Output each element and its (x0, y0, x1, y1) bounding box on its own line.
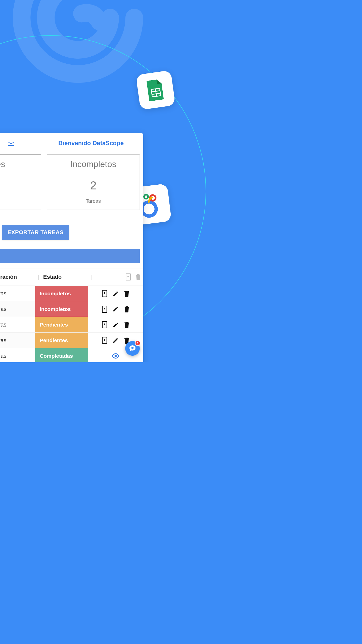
trash-icon (136, 274, 141, 280)
cell-duration: 1 horas (0, 301, 35, 317)
cell-status: Incompletos (35, 301, 88, 317)
svg-rect-8 (127, 276, 129, 277)
google-sheets-icon (136, 70, 175, 110)
dashboard-panel: esitas Ayuda? Bienvenido DataScope entes… (0, 133, 143, 362)
cell-duration: 1 horas (0, 333, 35, 348)
svg-rect-12 (104, 308, 105, 309)
device-icon[interactable] (102, 321, 107, 328)
table-row: 4 horas Completadas (0, 348, 143, 362)
table-header: |Duración |Estado | (0, 268, 143, 286)
welcome-text: Bienvenido DataScope (58, 140, 124, 147)
view-icon[interactable] (112, 353, 119, 359)
cell-actions (88, 286, 143, 301)
card-incomplete-value: 2 (50, 179, 137, 192)
table-row: 4 horas Incompletos (0, 286, 143, 301)
col-duration: Duración (0, 274, 17, 280)
cell-status: Completadas (35, 348, 88, 362)
card-incomplete: Incompletos 2 Tareas (47, 154, 140, 210)
cell-actions (88, 301, 143, 317)
export-tasks-button[interactable]: EXPORTAR TAREAS (2, 225, 69, 240)
device-icon[interactable] (102, 290, 107, 297)
card-pending-title: entes (0, 159, 38, 169)
device-icon[interactable] (102, 337, 107, 344)
tasks-table: |Duración |Estado | 4 horas Incompletos … (0, 268, 143, 362)
summary-cards: entes as Incompletos 2 Tareas (0, 154, 143, 213)
trash-icon[interactable] (124, 290, 129, 297)
mail-icon[interactable] (8, 141, 14, 146)
table-row: 1 horas Incompletos (0, 301, 143, 317)
col-status: Estado (43, 274, 62, 280)
device-icon[interactable] (102, 306, 107, 313)
actions-row: RTAR TAREA EXPORTAR TAREAS (0, 213, 143, 247)
card-incomplete-title: Incompletos (50, 159, 137, 169)
trash-icon[interactable] (124, 306, 129, 312)
device-icon (126, 273, 131, 280)
edit-icon[interactable] (113, 322, 119, 328)
chat-badge: 1 (135, 340, 141, 346)
svg-point-17 (115, 355, 117, 357)
background-swirl (0, 0, 158, 98)
card-pending: entes as (0, 154, 41, 210)
cell-status: Incompletos (35, 286, 88, 301)
svg-point-6 (144, 194, 148, 199)
edit-icon[interactable] (113, 306, 119, 312)
cell-status: Pendientes (35, 317, 88, 332)
cell-status: Pendientes (35, 333, 88, 348)
cell-actions (88, 317, 143, 332)
edit-icon[interactable] (113, 337, 119, 343)
chat-fab[interactable]: 1 (125, 341, 140, 356)
card-pending-sub: as (0, 198, 38, 204)
trash-icon[interactable] (124, 321, 129, 328)
card-pending-value (0, 179, 38, 192)
svg-rect-10 (104, 292, 105, 294)
edit-icon[interactable] (113, 291, 119, 297)
svg-point-4 (141, 201, 157, 217)
svg-rect-16 (104, 339, 105, 341)
table-row: 1 horas Pendientes (0, 333, 143, 348)
table-toolbar[interactable] (0, 249, 140, 263)
cell-duration: 4 horas (0, 317, 35, 332)
panel-topbar: esitas Ayuda? Bienvenido DataScope (0, 133, 143, 154)
card-incomplete-sub: Tareas (50, 198, 137, 204)
cell-duration: 4 horas (0, 286, 35, 301)
table-row: 4 horas Pendientes (0, 317, 143, 333)
cell-duration: 4 horas (0, 348, 35, 362)
svg-rect-14 (104, 324, 105, 325)
